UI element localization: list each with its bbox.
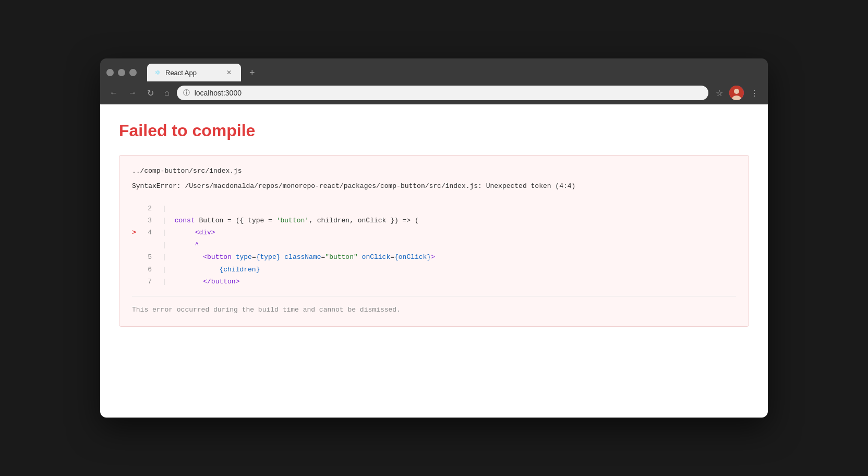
error-syntax-message: SyntaxError: /Users/macdonalda/repos/mon… — [132, 181, 736, 192]
window-controls — [106, 69, 137, 76]
refresh-button[interactable]: ↻ — [144, 86, 157, 100]
tab-close-button[interactable]: ✕ — [224, 68, 234, 77]
active-tab[interactable]: ⚛ React App ✕ — [147, 64, 241, 81]
info-icon: ⓘ — [183, 88, 190, 98]
caret-indicator-line: | ^ — [132, 239, 736, 251]
code-line-2: 2 | — [132, 203, 736, 215]
address-row: ← → ↻ ⌂ ⓘ ☆ ⋮ — [100, 81, 768, 104]
close-control[interactable] — [106, 69, 114, 76]
code-line-6: 6 | {children} — [132, 264, 736, 276]
code-line-3: 3 | const Button = ({ type = 'button', c… — [132, 215, 736, 227]
back-button[interactable]: ← — [106, 86, 121, 100]
address-bar-wrapper: ⓘ — [177, 86, 708, 100]
error-footer-note: This error occurred during the build tim… — [132, 296, 736, 316]
title-bar: ⚛ React App ✕ + ← → ↻ ⌂ ⓘ ☆ — [100, 58, 768, 104]
browser-window: ⚛ React App ✕ + ← → ↻ ⌂ ⓘ ☆ — [100, 58, 768, 418]
forward-button[interactable]: → — [125, 86, 140, 100]
tab-row: ⚛ React App ✕ + — [100, 58, 768, 81]
error-box: ../comp-button/src/index.js SyntaxError:… — [119, 155, 749, 327]
react-icon: ⚛ — [154, 68, 161, 77]
code-block: 2 | 3 | const Button = ({ type = 'button… — [132, 203, 736, 288]
tab-title: React App — [165, 69, 220, 77]
page-content: Failed to compile ../comp-button/src/ind… — [100, 104, 768, 418]
code-line-4-error: > 4 | <div> — [132, 227, 736, 239]
minimize-control[interactable] — [118, 69, 125, 76]
error-title: Failed to compile — [119, 121, 749, 140]
address-bar-actions: ☆ ⋮ — [713, 86, 762, 100]
address-input[interactable] — [177, 86, 708, 100]
code-line-5: 5 | <button type={type} className="butto… — [132, 251, 736, 263]
svg-point-1 — [734, 89, 739, 94]
home-button[interactable]: ⌂ — [161, 86, 173, 100]
maximize-control[interactable] — [129, 69, 137, 76]
code-line-7: 7 | </button> — [132, 276, 736, 288]
avatar[interactable] — [729, 86, 744, 100]
menu-button[interactable]: ⋮ — [747, 86, 762, 100]
bookmark-button[interactable]: ☆ — [713, 86, 726, 100]
new-tab-button[interactable]: + — [245, 65, 259, 80]
error-file-path: ../comp-button/src/index.js — [132, 166, 736, 177]
